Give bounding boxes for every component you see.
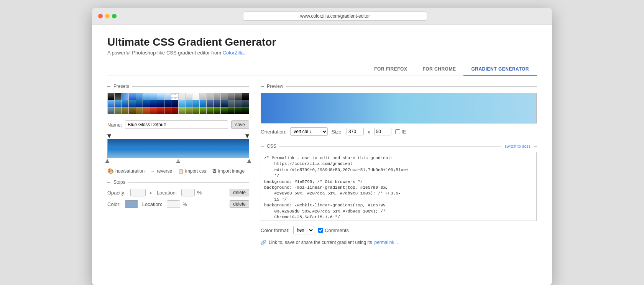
list-item[interactable] [122, 100, 128, 107]
permalink-link[interactable]: permalink [374, 240, 394, 245]
hue-saturation-tool[interactable]: 🎨 hue/saturation [107, 168, 145, 174]
opacity-stop-right[interactable] [245, 134, 249, 138]
list-item[interactable] [242, 93, 249, 100]
list-item[interactable] [157, 107, 164, 114]
list-item[interactable] [228, 93, 235, 100]
list-item[interactable] [143, 100, 150, 107]
list-item[interactable] [143, 93, 150, 100]
list-item[interactable] [115, 93, 121, 100]
url-bar[interactable]: www.colorzilla.com/gradient-editor [243, 12, 427, 21]
tab-for-chrome[interactable]: FOR CHROME [415, 63, 463, 76]
minimize-button[interactable] [105, 14, 110, 18]
opacity-slider-arrow[interactable]: ▸ [150, 191, 152, 195]
list-item[interactable] [192, 93, 199, 100]
list-item[interactable] [129, 100, 135, 107]
list-item[interactable] [150, 100, 157, 107]
name-input[interactable] [125, 120, 228, 129]
tab-for-firefox[interactable]: FOR FIREFOX [366, 63, 415, 76]
list-item[interactable] [207, 100, 213, 107]
list-item[interactable] [136, 93, 143, 100]
list-item[interactable] [171, 93, 178, 100]
list-item[interactable] [164, 93, 171, 100]
color-location-input[interactable] [167, 200, 180, 208]
ie-checkbox[interactable] [395, 129, 400, 134]
list-item[interactable] [235, 107, 242, 114]
comments-checkbox-label[interactable]: Comments [318, 227, 349, 233]
import-css-tool[interactable]: 📋 import css [178, 168, 206, 174]
colorzilla-link[interactable]: ColorZilla [223, 50, 244, 56]
list-item[interactable] [150, 93, 157, 100]
list-item[interactable] [143, 107, 150, 114]
list-item[interactable] [242, 100, 249, 107]
list-item[interactable] [192, 100, 199, 107]
switch-to-scss-link[interactable]: switch to scss [504, 144, 531, 148]
list-item[interactable] [207, 93, 213, 100]
list-item[interactable] [122, 107, 128, 114]
color-format-select[interactable]: hex rgb rgba [293, 226, 314, 234]
list-item[interactable] [221, 93, 227, 100]
list-item[interactable] [186, 93, 192, 100]
list-item[interactable] [235, 100, 242, 107]
list-item[interactable] [192, 107, 199, 114]
color-swatch[interactable] [125, 200, 138, 208]
list-item[interactable] [108, 100, 114, 107]
tab-gradient-generator[interactable]: GRADIENT GENERATOR [463, 63, 537, 76]
opacity-input[interactable] [130, 189, 146, 196]
ie-checkbox-label[interactable]: IE [395, 129, 406, 135]
gradient-bar[interactable] [107, 139, 249, 158]
save-button[interactable]: save [231, 120, 249, 129]
css-textarea[interactable]: /* Permalink - use to edit and share thi… [261, 152, 537, 221]
list-item[interactable] [221, 107, 227, 114]
list-item[interactable] [221, 100, 227, 107]
list-item[interactable] [186, 107, 192, 114]
list-item[interactable] [171, 107, 178, 114]
list-item[interactable] [171, 100, 178, 107]
list-item[interactable] [179, 93, 185, 100]
list-item[interactable] [200, 93, 206, 100]
size-width-input[interactable] [347, 128, 364, 135]
list-item[interactable] [108, 93, 114, 100]
list-item[interactable] [200, 100, 206, 107]
list-item[interactable] [136, 100, 143, 107]
list-item[interactable] [164, 107, 171, 114]
color-delete-button[interactable]: delete [230, 200, 249, 208]
list-item[interactable] [164, 100, 171, 107]
list-item[interactable] [179, 100, 185, 107]
list-item[interactable] [150, 107, 157, 114]
list-item[interactable] [157, 93, 164, 100]
list-item[interactable] [108, 107, 114, 114]
close-button[interactable] [98, 14, 103, 18]
list-item[interactable] [214, 100, 220, 107]
list-item[interactable] [200, 107, 206, 114]
list-item[interactable] [228, 100, 235, 107]
list-item[interactable] [179, 107, 185, 114]
list-item[interactable] [122, 93, 128, 100]
list-item[interactable] [136, 107, 143, 114]
list-item[interactable] [186, 100, 192, 107]
list-item[interactable] [235, 93, 242, 100]
list-item[interactable] [129, 107, 135, 114]
import-image-tool[interactable]: 🖼 import image [212, 168, 245, 174]
list-item[interactable] [214, 93, 220, 100]
list-item[interactable] [242, 107, 249, 114]
list-item[interactable] [214, 107, 220, 114]
list-item[interactable] [207, 107, 213, 114]
presets-grid[interactable] [107, 93, 249, 114]
reverse-tool[interactable]: ↔ reverse [151, 168, 172, 174]
color-stop-middle[interactable] [176, 159, 180, 163]
size-height-input[interactable] [374, 128, 391, 135]
color-stop-left[interactable] [105, 159, 109, 163]
maximize-button[interactable] [112, 14, 117, 18]
list-item[interactable] [157, 100, 164, 107]
comments-checkbox[interactable] [318, 228, 323, 233]
opacity-location-input[interactable] [181, 189, 195, 196]
color-stop-right[interactable] [247, 159, 251, 163]
color-format-row: Color format: hex rgb rgba Comments [261, 226, 537, 234]
orientation-select[interactable]: vertical ↓ horizontal → diagonal ↘ radia… [290, 127, 328, 136]
list-item[interactable] [129, 93, 135, 100]
opacity-stop-left[interactable] [107, 134, 111, 138]
opacity-delete-button[interactable]: delete [230, 189, 249, 196]
list-item[interactable] [115, 107, 121, 114]
list-item[interactable] [115, 100, 121, 107]
list-item[interactable] [228, 107, 235, 114]
